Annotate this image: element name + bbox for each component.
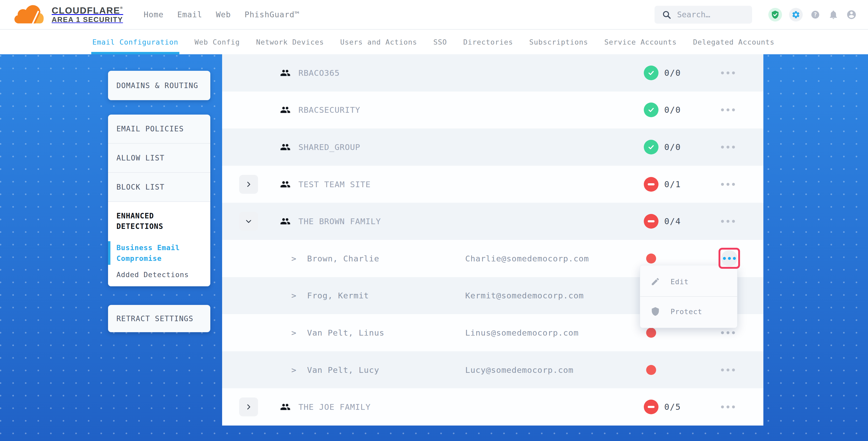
row-name: THE JOE FAMILY (299, 402, 371, 412)
settings-gear-icon[interactable] (789, 8, 803, 22)
sidebar-item-email-policies[interactable]: EMAIL POLICIES (108, 115, 210, 144)
row-name: RBACO365 (299, 68, 340, 77)
group-icon (280, 68, 290, 78)
menu-item-edit[interactable]: Edit (640, 267, 737, 296)
top-nav-link[interactable]: PhishGuard™ (244, 10, 300, 19)
sidebar-item-allow-list[interactable]: ALLOW LIST (108, 144, 210, 173)
row-actions-button[interactable] (720, 331, 736, 334)
protection-shield-check-icon[interactable] (768, 8, 782, 22)
logo-product: AREA 1 SECURITY (52, 16, 123, 24)
active-indicator-bar (108, 241, 111, 265)
config-tab[interactable]: Service Accounts (604, 30, 677, 54)
status-icon (646, 254, 656, 263)
sidebar-item-business-email-compromise[interactable]: Business Email Compromise (117, 242, 185, 264)
group-icon (280, 216, 290, 226)
page-body: DOMAINS & ROUTING EMAIL POLICIES ALLOW L… (0, 54, 868, 441)
svg-text:?: ? (814, 11, 817, 18)
header-icon-cluster: ? (768, 8, 857, 22)
top-nav-link[interactable]: Home (144, 10, 164, 19)
row-name: THE BROWN FAMILY (299, 217, 381, 226)
status-icon (644, 400, 658, 414)
row-name: Frog, Kermit (307, 291, 369, 300)
expand-chevron-button[interactable] (239, 175, 258, 194)
row-name: RBACSECURITY (299, 105, 360, 115)
table-row[interactable]: THE JOE FAMILY 0/5 (222, 388, 763, 426)
row-actions-button[interactable] (720, 71, 736, 74)
status-icon (646, 328, 656, 338)
row-actions-button[interactable] (720, 183, 736, 186)
sidebar-item-domains-routing[interactable]: DOMAINS & ROUTING (108, 71, 210, 100)
status-icon (644, 66, 658, 80)
sidebar-item-enhanced-detections[interactable]: ENHANCED DETECTIONS (117, 211, 195, 232)
user-avatar-icon[interactable] (846, 9, 857, 20)
member-prefix: > (291, 254, 296, 263)
table-row[interactable]: SHARED_GROUP 0/0 (222, 128, 763, 166)
top-nav-link[interactable]: Email (177, 10, 202, 19)
protection-count: 0/4 (664, 216, 681, 226)
help-icon[interactable]: ? (810, 9, 821, 20)
status-icon (644, 102, 658, 117)
config-tab[interactable]: SSO (433, 30, 447, 54)
row-actions-button[interactable] (720, 406, 736, 408)
sidebar-email-policies-card: EMAIL POLICIES ALLOW LIST BLOCK LIST ENH… (108, 115, 210, 286)
area1-security-app: CLOUDFLARE® AREA 1 SECURITY HomeEmailWeb… (0, 0, 868, 441)
row-actions-button-active[interactable] (721, 250, 737, 266)
pencil-icon (651, 277, 660, 286)
config-tab[interactable]: Delegated Accounts (693, 30, 775, 54)
row-email: Lucy@somedemocorp.com (465, 365, 574, 375)
config-tab[interactable]: Web Config (194, 30, 240, 54)
search-input[interactable] (677, 10, 743, 20)
group-icon (280, 179, 290, 190)
member-prefix: > (291, 365, 296, 375)
row-name: Van Pelt, Linus (307, 328, 384, 338)
search-box[interactable] (655, 6, 752, 24)
expand-chevron-button[interactable] (239, 212, 258, 231)
table-row[interactable]: RBACO365 0/0 (222, 54, 763, 92)
row-actions-button[interactable] (720, 368, 736, 371)
status-icon (644, 214, 658, 229)
shield-icon (651, 307, 660, 316)
config-tab[interactable]: Directories (463, 30, 513, 54)
config-tab[interactable]: Email Configuration (92, 30, 178, 54)
table-row[interactable]: > Van Pelt, Lucy Lucy@somedemocorp.com (222, 351, 763, 388)
groups-table: RBACO365 0/0 RBACSECURITY 0/0 (222, 54, 763, 426)
config-tab[interactable]: Subscriptions (529, 30, 588, 54)
row-name: SHARED_GROUP (299, 143, 360, 152)
expand-chevron-button[interactable] (239, 398, 258, 416)
member-prefix: > (291, 291, 296, 300)
protection-count: 0/0 (664, 68, 681, 78)
sidebar-item-retract-settings[interactable]: RETRACT SETTINGS (108, 305, 210, 332)
top-header: CLOUDFLARE® AREA 1 SECURITY HomeEmailWeb… (0, 0, 868, 30)
protection-count: 0/0 (664, 142, 681, 152)
search-icon (662, 10, 671, 20)
click-target-highlight (718, 248, 740, 269)
cloudflare-logo[interactable]: CLOUDFLARE® AREA 1 SECURITY (14, 5, 123, 25)
config-tab[interactable]: Users and Actions (340, 30, 417, 54)
protection-count: 0/0 (664, 105, 681, 115)
top-nav-link[interactable]: Web (216, 10, 231, 19)
top-nav: HomeEmailWebPhishGuard™ (144, 10, 300, 19)
row-actions-button[interactable] (720, 108, 736, 112)
group-icon (280, 402, 290, 412)
table-row[interactable]: TEST TEAM SITE 0/1 (222, 166, 763, 203)
config-tab[interactable]: Network Devices (256, 30, 324, 54)
row-email: Kermit@somedemocorp.com (465, 291, 584, 300)
row-email: Charlie@somedemocorp.com (465, 254, 589, 263)
protection-count: 0/1 (664, 179, 681, 189)
notifications-bell-icon[interactable] (828, 9, 839, 20)
row-actions-button[interactable] (720, 146, 736, 148)
row-name: Van Pelt, Lucy (307, 365, 379, 375)
table-row[interactable]: RBACSECURITY 0/0 (222, 92, 763, 129)
status-icon (646, 365, 656, 375)
context-menu: Edit Protect (640, 265, 737, 328)
config-tabs: Email ConfigurationWeb ConfigNetwork Dev… (0, 30, 868, 54)
row-actions-button[interactable] (720, 220, 736, 223)
member-prefix: > (291, 328, 296, 338)
table-row[interactable]: THE BROWN FAMILY 0/4 (222, 203, 763, 240)
status-icon (644, 140, 658, 154)
sidebar-item-block-list[interactable]: BLOCK LIST (108, 173, 210, 202)
status-icon (644, 177, 658, 192)
group-icon (280, 142, 290, 152)
menu-item-protect[interactable]: Protect (640, 296, 737, 326)
sidebar-item-added-detections[interactable]: Added Detections (117, 271, 202, 279)
